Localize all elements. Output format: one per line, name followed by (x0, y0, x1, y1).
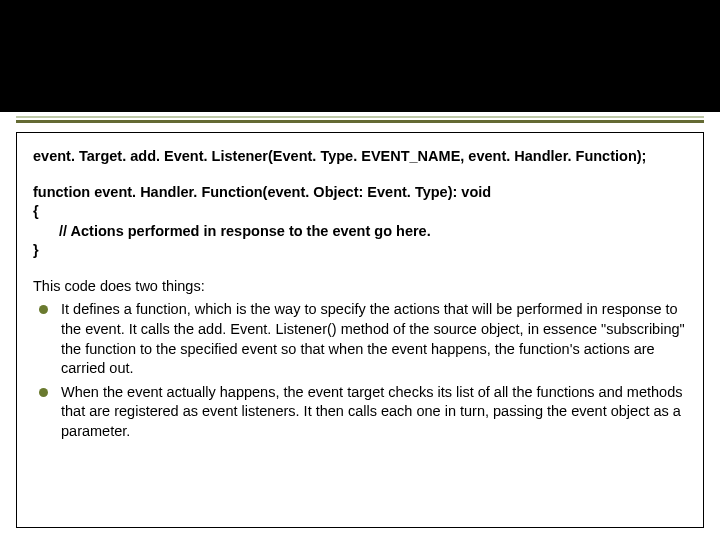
list-item-text: When the event actually happens, the eve… (61, 384, 682, 439)
description-list: It defines a function, which is the way … (33, 300, 687, 441)
description-intro: This code does two things: (33, 277, 687, 297)
code-line-signature: function event. Handler. Function(event.… (33, 183, 687, 203)
list-item: It defines a function, which is the way … (33, 300, 687, 378)
slide: event. Target. add. Event. Listener(Even… (0, 0, 720, 540)
code-block: function event. Handler. Function(event.… (33, 183, 687, 261)
bullet-icon (39, 305, 48, 314)
list-item: When the event actually happens, the eve… (33, 383, 687, 442)
content-box: event. Target. add. Event. Listener(Even… (16, 132, 704, 528)
header-band (0, 0, 720, 112)
bullet-icon (39, 388, 48, 397)
divider-light (16, 116, 704, 118)
code-line-comment: // Actions performed in response to the … (33, 222, 687, 242)
code-line-call: event. Target. add. Event. Listener(Even… (33, 147, 687, 167)
divider-dark (16, 120, 704, 123)
list-item-text: It defines a function, which is the way … (61, 301, 685, 376)
code-line-open-brace: { (33, 202, 687, 222)
code-line-close-brace: } (33, 241, 687, 261)
